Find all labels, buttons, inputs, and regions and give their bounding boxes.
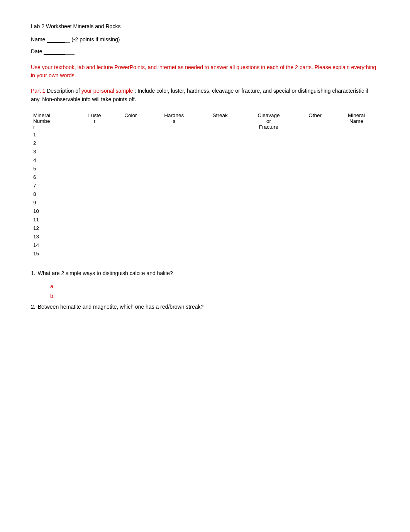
cell-data [113, 131, 149, 139]
cell-mineral-num: 2 [31, 139, 76, 148]
cell-data [241, 199, 297, 207]
sub-answer-1a: a. [50, 282, 379, 291]
cell-data [241, 165, 297, 173]
cell-mineral-num: 10 [31, 207, 76, 216]
table-row: 13 [31, 233, 379, 241]
table-row: 6 [31, 173, 379, 182]
th-cleavage: CleavageorFracture [241, 112, 297, 131]
cell-data [200, 233, 241, 241]
table-row: 1 [31, 131, 379, 139]
cell-data [334, 233, 379, 241]
question-2-number: 2. [31, 303, 36, 312]
cell-data [149, 139, 200, 148]
cell-data [113, 182, 149, 190]
cell-data [113, 241, 149, 250]
cell-data [76, 165, 113, 173]
table-row: 15 [31, 250, 379, 258]
cell-data [200, 165, 241, 173]
question-2-text: Between hematite and magnetite, which on… [38, 303, 204, 312]
th-mineral-name: MineralName [334, 112, 379, 131]
cell-data [113, 199, 149, 207]
cell-data [149, 165, 200, 173]
instruction-block: Use your textbook, lab and lecture Power… [31, 63, 379, 80]
cell-mineral-num: 4 [31, 156, 76, 165]
cell-data [334, 190, 379, 199]
cell-data [76, 199, 113, 207]
cell-mineral-num: 3 [31, 148, 76, 156]
cell-data [241, 148, 297, 156]
mineral-table: MineralNumber Luster Color Hardness Stre… [31, 112, 379, 258]
cell-data [149, 148, 200, 156]
questions-section: 1. What are 2 simple ways to distinguish… [31, 269, 379, 312]
cell-data [296, 139, 334, 148]
cell-data [200, 182, 241, 190]
cell-mineral-num: 7 [31, 182, 76, 190]
mineral-table-container: MineralNumber Luster Color Hardness Stre… [31, 112, 379, 258]
cell-data [200, 156, 241, 165]
cell-data [296, 148, 334, 156]
date-blank: _______ [44, 48, 75, 54]
cell-mineral-num: 12 [31, 224, 76, 233]
cell-data [241, 250, 297, 258]
cell-data [200, 190, 241, 199]
date-label: Date [31, 48, 42, 54]
sub-answer-1b: b. [50, 292, 379, 301]
cell-data [334, 173, 379, 182]
table-row: 5 [31, 165, 379, 173]
part1-label: Part 1 [31, 88, 45, 94]
name-blank: ______ [47, 36, 71, 42]
table-row: 8 [31, 190, 379, 199]
cell-data [241, 241, 297, 250]
cell-data [200, 207, 241, 216]
cell-data [296, 190, 334, 199]
cell-data [334, 156, 379, 165]
th-mineral-number: MineralNumber [31, 112, 76, 131]
cell-data [200, 199, 241, 207]
cell-data [334, 182, 379, 190]
cell-data [334, 148, 379, 156]
cell-mineral-num: 14 [31, 241, 76, 250]
cell-data [76, 139, 113, 148]
cell-data [200, 173, 241, 182]
name-label: Name [31, 36, 45, 42]
cell-data [113, 173, 149, 182]
cell-data [76, 224, 113, 233]
cell-data [200, 241, 241, 250]
cell-data [113, 250, 149, 258]
table-row: 2 [31, 139, 379, 148]
cell-data [296, 182, 334, 190]
cell-data [334, 139, 379, 148]
cell-data [149, 156, 200, 165]
table-row: 4 [31, 156, 379, 165]
table-row: 14 [31, 241, 379, 250]
cell-data [149, 199, 200, 207]
cell-data [149, 131, 200, 139]
name-note: (-2 points if missing) [71, 36, 120, 42]
cell-data [296, 250, 334, 258]
sub-answers-1: a. b. [50, 282, 379, 301]
cell-data [296, 165, 334, 173]
cell-mineral-num: 11 [31, 216, 76, 224]
cell-data [113, 216, 149, 224]
cell-data [296, 233, 334, 241]
cell-data [241, 182, 297, 190]
cell-data [241, 224, 297, 233]
cell-data [200, 224, 241, 233]
question-1-number: 1. [31, 269, 36, 278]
name-line: Name ______ (-2 points if missing) [31, 36, 379, 43]
cell-data [334, 131, 379, 139]
cell-data [113, 156, 149, 165]
cell-data [113, 207, 149, 216]
cell-data [149, 216, 200, 224]
cell-data [334, 165, 379, 173]
table-row: 11 [31, 216, 379, 224]
cell-data [149, 182, 200, 190]
cell-data [149, 224, 200, 233]
cell-data [296, 224, 334, 233]
cell-data [334, 250, 379, 258]
part1-block: Part 1 Description of your personal samp… [31, 87, 379, 104]
cell-data [76, 190, 113, 199]
cell-data [149, 241, 200, 250]
cell-mineral-num: 5 [31, 165, 76, 173]
cell-data [149, 207, 200, 216]
